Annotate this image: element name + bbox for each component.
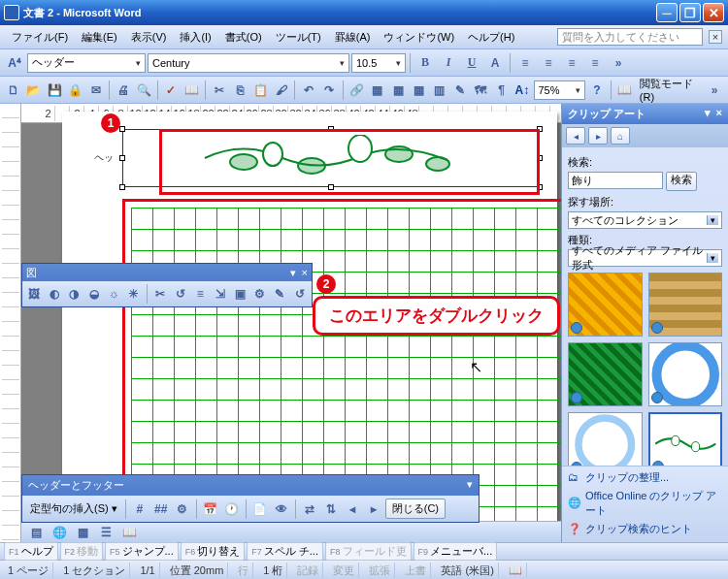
excel-button[interactable]: ▦ [410,80,428,101]
fkey-f7[interactable]: F7スペル チ... [247,542,323,561]
clip-thumb-6-selected[interactable] [648,412,723,466]
font-combo[interactable]: Century▾ [148,53,349,73]
clip-thumb-1[interactable] [568,273,643,337]
fkey-f6[interactable]: F6切り替え [181,542,246,561]
menu-tools[interactable]: ツール(T) [270,27,327,48]
columns-button[interactable]: ▥ [430,80,448,101]
compress-button[interactable]: ⇲ [211,284,229,304]
date-button[interactable]: 📅 [201,499,220,519]
office-online-link[interactable]: 🌐Office Online のクリップ アート [568,487,722,520]
redo-button[interactable]: ↷ [320,80,339,101]
save-button[interactable]: 💾 [46,80,64,101]
show-hide-text-button[interactable]: 👁 [272,499,291,519]
header-footer-toolbar[interactable]: ヘッダーとフッター▾ 定型句の挿入(S) ▾ # ## ⚙ 📅 🕐 📄 👁 ⇄ … [21,474,480,523]
switch-hf-button[interactable]: ⇅ [321,499,341,519]
vertical-ruler[interactable] [0,104,21,542]
page-number-button[interactable]: # [130,499,149,519]
fkey-f5[interactable]: F5ジャンプ... [105,542,179,561]
more-contrast-button[interactable]: ◑ [65,284,83,304]
page-setup-button[interactable]: 📄 [250,499,270,519]
preview-button[interactable]: 🔍 [135,80,153,101]
menu-edit[interactable]: 編集(E) [76,27,123,48]
menu-table[interactable]: 罫線(A) [329,27,377,48]
copy-button[interactable]: ⎘ [231,80,249,101]
same-as-prev-button[interactable]: ⇄ [300,499,319,519]
search-button[interactable]: 検索 [666,172,697,191]
reset-picture-button[interactable]: ↺ [290,284,309,304]
more-brightness-button[interactable]: ☼ [105,284,123,304]
fkey-f2[interactable]: F2移動 [60,542,104,561]
open-button[interactable]: 📂 [24,80,43,101]
zoom-combo[interactable]: 75%▾ [534,80,586,100]
rotate-left-button[interactable]: ↺ [171,284,189,304]
show-para-button[interactable]: ¶ [492,80,511,101]
research-button[interactable]: 📖 [182,80,201,101]
view-print-button[interactable]: ▦ [72,522,93,543]
spell-button[interactable]: ✓ [162,80,181,101]
text-wrap-button[interactable]: ▣ [231,284,249,304]
taskpane-close[interactable]: × [716,107,722,121]
docmap-button[interactable]: 🗺 [472,80,490,101]
permission-button[interactable]: 🔒 [66,80,84,101]
search-tips-link[interactable]: ❓クリップ検索のヒント [568,520,722,538]
time-button[interactable]: 🕐 [222,499,242,519]
fkey-f1[interactable]: F1ヘルプ [4,542,58,561]
gridlines-button[interactable]: A↕ [513,80,531,101]
clip-thumb-5[interactable] [568,412,643,466]
status-spell-icon[interactable]: 📖 [505,563,527,578]
tables-borders-button[interactable]: ▦ [368,80,386,101]
format-page-num-button[interactable]: ⚙ [173,499,192,519]
undo-button[interactable]: ↶ [299,80,317,101]
fkey-f8[interactable]: F8フィールド更 [325,542,412,561]
format-picture-button[interactable]: ⚙ [250,284,269,304]
taskpane-home[interactable]: ⌂ [611,127,630,145]
align-left-button[interactable]: ≡ [514,52,536,74]
ask-question-box[interactable]: 質問を入力してください [557,28,703,46]
align-justify-button[interactable]: ≡ [584,52,606,74]
color-button[interactable]: ◐ [46,284,64,304]
close-button[interactable]: ✕ [703,3,724,22]
view-outline-button[interactable]: ☰ [95,522,116,543]
format-painter-button[interactable]: 🖌 [272,80,290,101]
view-web-button[interactable]: 🌐 [49,522,70,543]
menu-insert[interactable]: 挿入(I) [174,27,216,48]
more-button[interactable]: » [608,52,629,74]
doc-close-button[interactable]: × [709,30,722,44]
table-button[interactable]: ▦ [388,80,407,101]
picture-toolbar-close[interactable]: × [302,267,308,278]
location-select[interactable]: すべてのコレクション▾ [568,211,722,229]
more-std-button[interactable]: » [706,80,724,101]
search-input[interactable]: 飾り [568,172,663,189]
picture-toolbar[interactable]: 図▾× 🖼 ◐ ◑ ◒ ☼ ☀ ✂ ↺ ≡ ⇲ ▣ ⚙ ✎ ↺ [21,263,313,307]
view-normal-button[interactable]: ▤ [25,522,47,543]
maximize-button[interactable]: ❐ [679,3,701,22]
reading-mode-label[interactable]: 閲覧モード(R) [636,75,704,105]
align-right-button[interactable]: ≡ [561,52,582,74]
menu-view[interactable]: 表示(V) [125,27,173,48]
hf-toolbar-opts[interactable]: ▾ [467,478,473,493]
italic-button[interactable]: I [438,52,459,74]
line-style-button[interactable]: ≡ [191,284,210,304]
align-center-button[interactable]: ≡ [538,52,559,74]
menu-format[interactable]: 書式(O) [219,27,268,48]
clip-thumb-3[interactable] [568,342,643,406]
bold-button[interactable]: B [414,52,436,74]
help-button[interactable]: ? [587,80,606,101]
minimize-button[interactable]: ─ [656,3,678,22]
picture-toolbar-opts[interactable]: ▾ [290,267,296,279]
new-button[interactable]: 🗋 [4,80,22,101]
prev-section-button[interactable]: ◂ [343,499,362,519]
next-section-button[interactable]: ▸ [364,499,383,519]
hyperlink-button[interactable]: 🔗 [347,80,366,101]
hf-close-button[interactable]: 閉じる(C) [385,499,446,519]
taskpane-menu[interactable]: ▾ [705,107,711,121]
taskpane-back[interactable]: ◂ [566,127,585,145]
menu-window[interactable]: ウィンドウ(W) [378,27,460,48]
document-area[interactable]: 2246810121416182022242628303234363840424… [21,104,561,542]
style-combo[interactable]: ヘッダー▾ [27,53,146,73]
cut-button[interactable]: ✂ [210,80,228,101]
mail-button[interactable]: ✉ [86,80,105,101]
style-dropdown-icon[interactable]: A⁴ [4,52,25,74]
insert-picture-button[interactable]: 🖼 [25,284,44,304]
clip-thumb-4[interactable] [648,342,723,406]
